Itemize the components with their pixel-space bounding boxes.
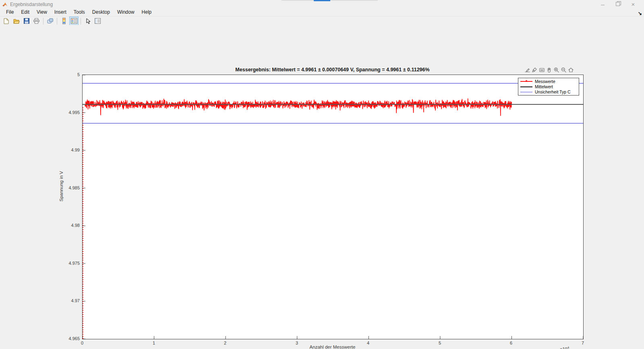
dock-figure-arrow-icon[interactable]: ↘: [638, 11, 642, 15]
figure-toolbar: [0, 16, 644, 25]
legend-label: Unsicherheit Typ C: [535, 89, 571, 94]
new-figure-button[interactable]: [2, 17, 11, 25]
insert-colorbar-icon: [62, 18, 66, 24]
plot-title: Messergebnis: Mittelwert = 4.9961 ± 0.00…: [82, 67, 583, 73]
zoom-out-icon[interactable]: [560, 66, 567, 73]
brush-icon[interactable]: [531, 66, 538, 73]
axes-toolbar: [524, 66, 574, 73]
matlab-logo-icon: [2, 2, 8, 7]
menu-bar: File Edit View Insert Tools Desktop Wind…: [0, 8, 644, 16]
window-titlebar: Ergebnisdarstellung ×: [0, 0, 644, 8]
export-icon[interactable]: [524, 66, 530, 73]
minimize-button[interactable]: [595, 0, 610, 8]
print-figure-icon: [33, 18, 39, 24]
insert-colorbar-button[interactable]: [59, 17, 68, 25]
menu-tools[interactable]: Tools: [70, 8, 89, 16]
edit-plot-arrow-icon: [85, 18, 90, 24]
legend-swatch-messwerte-line: [520, 81, 532, 82]
plot-area: [82, 75, 584, 339]
legend-swatch-unsicherheit-line: [520, 92, 532, 93]
pan-icon[interactable]: [546, 66, 552, 73]
close-button[interactable]: ×: [625, 0, 641, 8]
toolbar-separator: [43, 18, 43, 25]
restore-button[interactable]: [610, 0, 625, 8]
legend-entry-unsicherheit: Unsicherheit Typ C: [518, 89, 579, 95]
open-file-button[interactable]: [12, 17, 21, 25]
toolbar-separator: [57, 18, 57, 25]
plot-browser-button[interactable]: [93, 17, 102, 25]
minimize-icon: [601, 5, 605, 5]
menu-view[interactable]: View: [33, 8, 51, 16]
x-axis-label: Anzahl der Messwerte: [82, 345, 583, 349]
restore-view-icon[interactable]: [567, 66, 574, 73]
menu-desktop[interactable]: Desktop: [89, 8, 114, 16]
y-tick-label: 4.98: [55, 223, 80, 228]
save-figure-icon: [24, 18, 29, 24]
legend-entry-mittelwert: Mittelwert: [518, 84, 579, 89]
print-figure-button[interactable]: [32, 17, 41, 25]
zoom-in-icon[interactable]: [553, 66, 559, 73]
link-plot-button[interactable]: [46, 17, 55, 25]
menu-help[interactable]: Help: [138, 8, 155, 16]
link-plot-icon: [47, 18, 54, 24]
y-tick-label: 4.975: [55, 261, 80, 266]
menu-file[interactable]: File: [2, 8, 17, 16]
legend-label: Messwerte: [535, 79, 555, 84]
insert-legend-icon: [71, 18, 77, 24]
insert-legend-button[interactable]: [69, 17, 79, 25]
legend-swatch-messwerte-marker: [526, 80, 527, 82]
open-file-icon: [13, 19, 20, 24]
y-tick-label: 5: [55, 72, 80, 77]
legend-entry-messwerte: Messwerte: [518, 79, 579, 84]
y-tick-label: 4.995: [55, 110, 80, 115]
figure-canvas: Messergebnis: Mittelwert = 4.9961 ± 0.00…: [0, 25, 644, 349]
y-tick-label: 4.97: [55, 298, 80, 303]
new-figure-icon: [4, 18, 9, 24]
restore-icon: [616, 2, 620, 6]
chart-canvas: [83, 75, 583, 339]
y-axis-label: Spannung in V: [59, 171, 64, 202]
toolbar-separator: [81, 18, 81, 25]
legend-box[interactable]: Messwerte Mittelwert Unsicherheit Typ C: [518, 78, 579, 96]
menu-edit[interactable]: Edit: [17, 8, 33, 16]
menu-window[interactable]: Window: [114, 8, 138, 16]
legend-label: Mittelwert: [535, 84, 553, 89]
save-figure-button[interactable]: [22, 17, 31, 25]
legend-swatch-mittelwert-line: [520, 86, 532, 87]
plot-browser-icon: [95, 18, 101, 24]
window-title: Ergebnisdarstellung: [10, 2, 53, 7]
menu-insert[interactable]: Insert: [51, 8, 70, 16]
y-tick-label: 4.99: [55, 147, 80, 152]
datatip-icon[interactable]: [538, 66, 545, 73]
edit-plot-button[interactable]: [83, 17, 92, 25]
